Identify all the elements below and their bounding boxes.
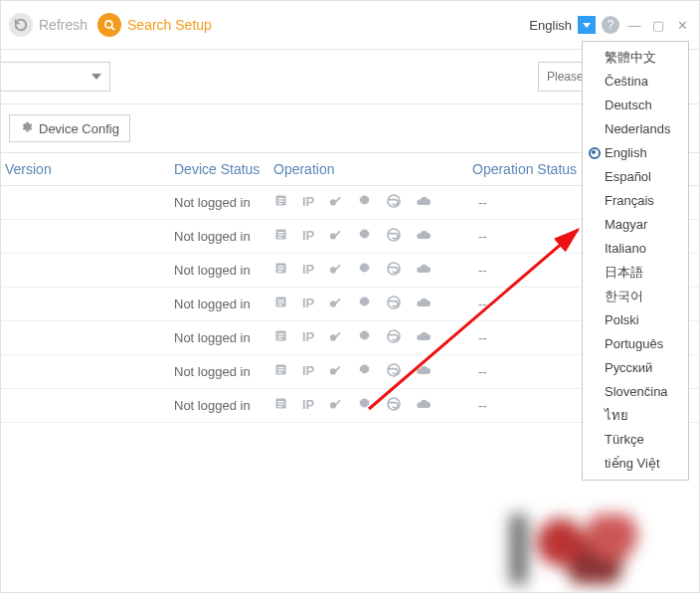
svg-point-13 <box>330 233 336 239</box>
minimize-icon[interactable]: — <box>625 16 643 34</box>
cell-status: Not logged in <box>174 263 273 278</box>
lang-item[interactable]: Türkçe <box>583 428 688 452</box>
lang-item[interactable]: Slovenčina <box>583 380 688 404</box>
cell-ops: IP <box>273 227 472 246</box>
ip-icon[interactable]: IP <box>302 261 314 280</box>
device-config-button[interactable]: Device Config <box>9 114 130 142</box>
gear-icon[interactable] <box>357 295 372 313</box>
lang-item[interactable]: ไทย <box>583 404 688 428</box>
device-config-label: Device Config <box>39 121 119 136</box>
cloud-icon[interactable] <box>416 396 432 415</box>
browser-icon[interactable] <box>386 328 402 347</box>
lang-item[interactable]: Nederlands <box>583 117 688 141</box>
chevron-down-icon <box>583 23 591 28</box>
lang-item[interactable]: Magyar <box>583 213 688 237</box>
ip-icon[interactable]: IP <box>302 362 314 381</box>
lang-item[interactable]: 繁體中文 <box>583 46 688 70</box>
lang-item[interactable]: Italiano <box>583 237 688 261</box>
search-setup-icon <box>97 13 121 37</box>
lang-item[interactable]: Deutsch <box>583 94 688 117</box>
browser-icon[interactable] <box>386 362 402 381</box>
ip-icon[interactable]: IP <box>302 328 314 347</box>
language-dropdown-toggle[interactable] <box>578 16 596 34</box>
cell-status: Not logged in <box>174 229 273 244</box>
ip-icon[interactable]: IP <box>302 295 314 313</box>
col-operation[interactable]: Operation <box>273 161 472 177</box>
maximize-icon[interactable]: ▢ <box>649 16 667 34</box>
key-icon[interactable] <box>328 261 343 280</box>
svg-rect-12 <box>277 237 281 238</box>
detail-icon[interactable] <box>273 295 288 313</box>
col-version[interactable]: Version <box>5 161 174 177</box>
censored-logo <box>510 514 679 584</box>
svg-rect-52 <box>277 406 281 407</box>
search-setup-label: Search Setup <box>127 17 212 33</box>
key-icon[interactable] <box>328 328 343 347</box>
lang-item[interactable]: 한국어 <box>583 285 688 308</box>
gear-icon[interactable] <box>357 396 372 415</box>
detail-icon[interactable] <box>273 227 288 246</box>
lang-item[interactable]: Čeština <box>583 70 688 94</box>
browser-icon[interactable] <box>386 193 402 212</box>
ip-icon[interactable]: IP <box>302 396 314 415</box>
browser-icon[interactable] <box>386 227 402 246</box>
key-icon[interactable] <box>328 295 343 313</box>
language-label: English <box>529 18 572 33</box>
svg-rect-22 <box>335 265 341 271</box>
ip-icon[interactable]: IP <box>302 193 314 212</box>
search-setup-button[interactable]: Search Setup <box>97 13 212 37</box>
detail-icon[interactable] <box>273 193 288 212</box>
gear-icon[interactable] <box>357 261 372 280</box>
lang-item[interactable]: Español <box>583 165 688 189</box>
toolbar-right: English ? — ▢ ✕ <box>529 16 691 34</box>
browser-icon[interactable] <box>386 295 402 313</box>
svg-rect-19 <box>277 269 283 270</box>
svg-point-37 <box>330 334 336 340</box>
svg-point-53 <box>330 402 336 408</box>
filter-dropdown[interactable] <box>1 62 110 92</box>
lang-item[interactable]: Русский <box>583 356 688 380</box>
cloud-icon[interactable] <box>416 261 432 280</box>
col-device-status[interactable]: Device Status <box>174 161 273 177</box>
refresh-label: Refresh <box>39 17 88 33</box>
lang-item[interactable]: tiếng Việt <box>583 452 688 476</box>
cell-ops: IP <box>273 193 472 212</box>
cloud-icon[interactable] <box>416 227 432 246</box>
close-icon[interactable]: ✕ <box>673 16 691 34</box>
svg-rect-14 <box>335 231 341 237</box>
svg-point-5 <box>330 199 336 205</box>
key-icon[interactable] <box>328 362 343 381</box>
cloud-icon[interactable] <box>416 295 432 313</box>
cloud-icon[interactable] <box>416 362 432 381</box>
gear-icon[interactable] <box>357 193 372 212</box>
lang-item[interactable]: English <box>583 141 688 165</box>
cloud-icon[interactable] <box>416 328 432 347</box>
key-icon[interactable] <box>328 227 343 246</box>
svg-rect-30 <box>335 298 341 304</box>
detail-icon[interactable] <box>273 362 288 381</box>
cloud-icon[interactable] <box>416 193 432 212</box>
detail-icon[interactable] <box>273 261 288 280</box>
browser-icon[interactable] <box>386 261 402 280</box>
gear-icon[interactable] <box>357 362 372 381</box>
gear-icon[interactable] <box>357 227 372 246</box>
gear-icon <box>20 120 33 136</box>
key-icon[interactable] <box>328 193 343 212</box>
svg-rect-18 <box>277 266 283 267</box>
lang-item[interactable]: Português <box>583 332 688 356</box>
svg-rect-54 <box>335 400 341 406</box>
detail-icon[interactable] <box>273 396 288 415</box>
gear-icon[interactable] <box>357 328 372 347</box>
key-icon[interactable] <box>328 396 343 415</box>
lang-item[interactable]: Polski <box>583 308 688 332</box>
ip-icon[interactable]: IP <box>302 227 314 246</box>
svg-rect-42 <box>277 367 283 368</box>
browser-icon[interactable] <box>386 396 402 415</box>
help-icon[interactable]: ? <box>602 16 619 34</box>
detail-icon[interactable] <box>273 328 288 347</box>
lang-item[interactable]: 日本語 <box>583 261 688 285</box>
refresh-button[interactable]: Refresh <box>9 13 88 37</box>
svg-rect-2 <box>277 198 283 199</box>
svg-rect-26 <box>277 299 283 300</box>
lang-item[interactable]: Français <box>583 189 688 213</box>
